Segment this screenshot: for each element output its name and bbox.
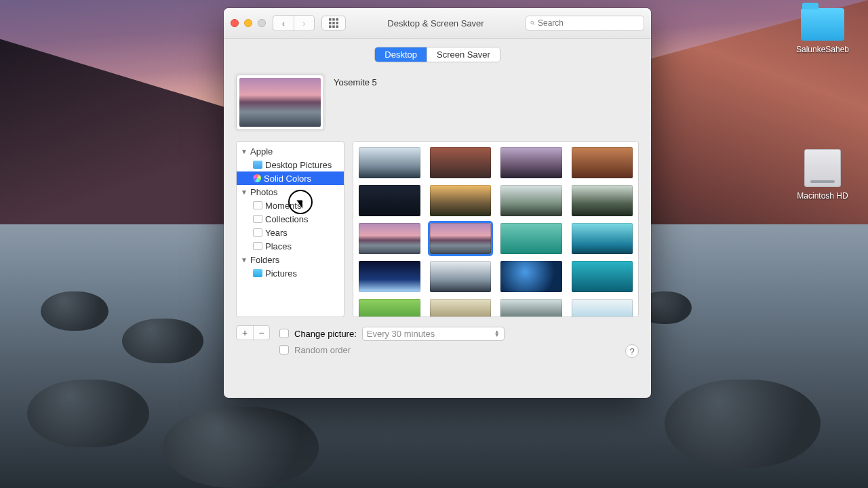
- change-picture-label: Change picture:: [294, 329, 357, 339]
- wallpaper-thumb[interactable]: [572, 185, 633, 216]
- sidebar-item-places[interactable]: Places: [237, 239, 344, 253]
- wallpaper-thumb[interactable]: [500, 185, 562, 216]
- wallpaper-thumb[interactable]: [572, 147, 633, 178]
- sidebar-item-label: Collections: [265, 214, 309, 224]
- sidebar-item-label: Folders: [250, 255, 279, 265]
- sidebar-item-years[interactable]: Years: [237, 226, 344, 239]
- close-button[interactable]: [231, 19, 239, 27]
- sidebar-item-label: Moments: [265, 201, 301, 211]
- sidebar-group-apple[interactable]: ▼ Apple: [237, 144, 344, 158]
- sidebar-item-label: Pictures: [265, 268, 297, 279]
- wallpaper-thumb[interactable]: [359, 261, 420, 292]
- chevron-down-icon: ▼: [241, 256, 248, 264]
- sidebar-item-desktop-pictures[interactable]: Desktop Pictures: [237, 158, 344, 171]
- preferences-window: ‹ › Desktop & Screen Saver Deskto: [224, 8, 651, 398]
- svg-rect-7: [332, 26, 335, 28]
- svg-point-9: [531, 21, 534, 24]
- sidebar-item-pictures[interactable]: Pictures: [237, 266, 344, 280]
- add-remove-controls: + −: [236, 325, 270, 340]
- forward-button[interactable]: ›: [294, 16, 314, 30]
- album-icon: [253, 242, 262, 250]
- remove-folder-button[interactable]: −: [253, 326, 269, 340]
- svg-rect-0: [329, 18, 332, 21]
- chevron-updown-icon: ▲▼: [494, 330, 500, 337]
- sidebar-item-label: Places: [265, 241, 292, 251]
- wallpaper-thumb[interactable]: [359, 299, 420, 317]
- desktop-folder-salunkesaheb[interactable]: SalunkeSaheb: [792, 8, 853, 54]
- wallpaper-thumb[interactable]: [359, 185, 420, 216]
- svg-rect-6: [329, 26, 332, 28]
- change-picture-checkbox[interactable]: [279, 329, 289, 338]
- sidebar-group-folders[interactable]: ▼ Folders: [237, 253, 344, 266]
- chevron-down-icon: ▼: [241, 148, 248, 155]
- wallpaper-thumb[interactable]: [500, 147, 562, 178]
- zoom-button[interactable]: [258, 19, 266, 27]
- svg-rect-2: [336, 18, 339, 21]
- sidebar-item-label: Apple: [250, 146, 273, 157]
- wallpaper-thumb[interactable]: [430, 299, 492, 317]
- wallpaper-thumb[interactable]: [500, 261, 562, 292]
- search-icon: [530, 19, 535, 27]
- sidebar-item-label: Years: [265, 228, 288, 238]
- change-interval-value: Every 30 minutes: [367, 329, 435, 339]
- grid-icon: [329, 18, 338, 28]
- tab-segmented-control: Desktop Screen Saver: [374, 47, 500, 62]
- tab-desktop[interactable]: Desktop: [375, 47, 427, 62]
- sidebar-item-collections[interactable]: Collections: [237, 212, 344, 226]
- help-button[interactable]: ?: [625, 344, 639, 358]
- color-wheel-icon: [253, 174, 261, 182]
- wallpaper-grid[interactable]: [353, 141, 639, 317]
- chevron-down-icon: ▼: [241, 188, 248, 196]
- window-title: Desktop & Screen Saver: [387, 18, 484, 28]
- desktop-item-label: SalunkeSaheb: [792, 45, 853, 54]
- wallpaper-thumb[interactable]: [500, 299, 562, 317]
- sidebar-item-solid-colors[interactable]: Solid Colors: [237, 171, 344, 185]
- wallpaper-thumb[interactable]: [572, 223, 633, 254]
- wallpaper-thumb-selected[interactable]: [430, 223, 492, 254]
- wallpaper-thumb[interactable]: [430, 261, 492, 292]
- sidebar-group-photos[interactable]: ▼ Photos: [237, 185, 344, 199]
- wallpaper-thumb[interactable]: [500, 223, 562, 254]
- search-field[interactable]: [526, 16, 644, 30]
- add-folder-button[interactable]: +: [237, 326, 253, 340]
- current-desktop-preview: [236, 75, 324, 130]
- album-icon: [253, 228, 262, 237]
- random-order-checkbox[interactable]: [279, 345, 289, 354]
- pictures-folder-icon: [253, 269, 262, 277]
- album-icon: [253, 201, 262, 209]
- random-order-label: Random order: [294, 345, 351, 355]
- tab-screen-saver[interactable]: Screen Saver: [427, 47, 500, 62]
- change-interval-popup[interactable]: Every 30 minutes ▲▼: [362, 327, 505, 341]
- folder-icon: [253, 161, 262, 169]
- album-icon: [253, 215, 262, 223]
- current-desktop-name: Yosemite 5: [334, 75, 377, 87]
- wallpaper-thumb[interactable]: [359, 147, 420, 178]
- sidebar-item-label: Photos: [250, 187, 277, 197]
- wallpaper-thumb[interactable]: [359, 223, 420, 254]
- svg-rect-8: [336, 26, 339, 28]
- source-sidebar[interactable]: ▼ Apple Desktop Pictures Solid Colors ▼ …: [236, 141, 344, 317]
- svg-rect-5: [336, 22, 339, 24]
- wallpaper-thumb[interactable]: [430, 185, 492, 216]
- wallpaper-thumb[interactable]: [430, 147, 492, 178]
- svg-rect-4: [332, 22, 335, 24]
- search-input[interactable]: [538, 18, 639, 28]
- wallpaper-thumb[interactable]: [572, 261, 633, 292]
- desktop-item-label: Macintosh HD: [792, 191, 853, 201]
- show-all-button[interactable]: [321, 16, 346, 30]
- nav-buttons: ‹ ›: [273, 15, 315, 31]
- minimize-button[interactable]: [244, 19, 252, 27]
- preview-image: [239, 78, 321, 127]
- svg-rect-1: [332, 18, 335, 21]
- svg-rect-3: [329, 22, 332, 24]
- traffic-lights: [231, 19, 266, 27]
- sidebar-item-label: Desktop Pictures: [265, 160, 332, 170]
- desktop-options: Change picture: Every 30 minutes ▲▼ Rand…: [279, 325, 616, 358]
- desktop-drive-macintosh-hd[interactable]: Macintosh HD: [792, 149, 853, 201]
- harddrive-icon: [804, 149, 841, 187]
- svg-line-10: [533, 24, 534, 25]
- folder-icon: [801, 8, 844, 41]
- sidebar-item-moments[interactable]: Moments: [237, 199, 344, 212]
- wallpaper-thumb[interactable]: [572, 299, 633, 317]
- back-button[interactable]: ‹: [273, 16, 294, 30]
